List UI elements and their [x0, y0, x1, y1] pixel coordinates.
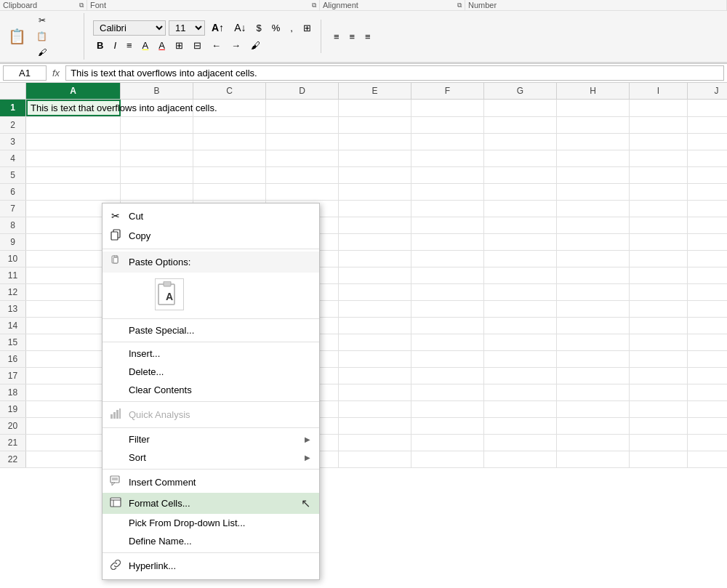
ctx-format-cells[interactable]: Format Cells... ↖ — [103, 493, 319, 514]
font-expand-icon[interactable]: ⧉ — [312, 1, 316, 9]
cut-button[interactable]: ✂ — [33, 13, 51, 28]
row-num-6[interactable]: 6 — [0, 184, 26, 200]
cell-h1[interactable] — [557, 100, 630, 116]
ctx-paste-a-button[interactable]: A — [155, 278, 184, 310]
font-size-select[interactable]: 11 — [169, 20, 205, 36]
row-num-14[interactable]: 14 — [0, 318, 26, 334]
col-header-g[interactable]: G — [484, 83, 557, 99]
formula-bar-input[interactable] — [65, 65, 724, 81]
ctx-cut-label: Cut — [129, 211, 310, 222]
ctx-filter[interactable]: Filter ▶ — [103, 430, 319, 448]
ctx-sort[interactable]: Sort ▶ — [103, 448, 319, 467]
cell-a1[interactable]: This is text that overflows into adjacen… — [26, 100, 121, 116]
row-num-17[interactable]: 17 — [0, 368, 26, 384]
row-num-7[interactable]: 7 — [0, 201, 26, 217]
ctx-filter-label: Filter — [129, 434, 299, 445]
indent-dec-button[interactable]: ← — [208, 38, 225, 53]
cell-d1[interactable] — [266, 100, 339, 116]
col-header-i[interactable]: I — [630, 83, 688, 99]
ctx-paste-special[interactable]: Paste Special... — [103, 321, 319, 339]
dollar-button[interactable]: $ — [252, 20, 265, 36]
italic-button[interactable]: I — [110, 38, 120, 53]
ribbon-group-headers: Clipboard ⧉ Font ⧉ Alignment ⧉ Number — [0, 0, 727, 11]
row-num-20[interactable]: 20 — [0, 418, 26, 434]
row-num-16[interactable]: 16 — [0, 351, 26, 367]
row-num-2[interactable]: 2 — [0, 117, 26, 133]
format-painter-button[interactable]: 🖌 — [33, 45, 51, 60]
percent-button[interactable]: % — [268, 20, 284, 36]
cursor-indicator: ↖ — [301, 496, 310, 510]
row-num-10[interactable]: 10 — [0, 251, 26, 267]
ctx-pick-dropdown[interactable]: Pick From Drop-down List... — [103, 514, 319, 532]
row-num-19[interactable]: 19 — [0, 401, 26, 417]
row-num-9[interactable]: 9 — [0, 234, 26, 250]
ctx-sep-7 — [103, 552, 319, 553]
bold-button[interactable]: B — [93, 38, 107, 53]
ctx-insert-comment[interactable]: Insert Comment — [103, 472, 319, 493]
row-num-21[interactable]: 21 — [0, 435, 26, 451]
cell-g1[interactable] — [484, 100, 557, 116]
cell-c1[interactable] — [193, 100, 266, 116]
ctx-cut[interactable]: ✂ Cut — [103, 206, 319, 225]
font-name-select[interactable]: Calibri — [93, 20, 166, 36]
row-num-15[interactable]: 15 — [0, 334, 26, 350]
col-header-c[interactable]: C — [193, 83, 266, 99]
row-num-8[interactable]: 8 — [0, 217, 26, 233]
ctx-hyperlink[interactable]: Hyperlink... — [103, 555, 319, 576]
alignment-expand-icon[interactable]: ⧉ — [457, 1, 462, 9]
cell-j1[interactable] — [688, 100, 727, 116]
row-num-11[interactable]: 11 — [0, 267, 26, 283]
highlight-button[interactable]: A — [139, 38, 153, 53]
col-header-b[interactable]: B — [121, 83, 193, 99]
row-num-5[interactable]: 5 — [0, 167, 26, 183]
row-num-3[interactable]: 3 — [0, 134, 26, 150]
cell-i1[interactable] — [630, 100, 688, 116]
paint-format-button[interactable]: 🖌 — [247, 38, 264, 53]
increase-font-button[interactable]: A↑ — [208, 20, 228, 36]
indent-inc-button[interactable]: → — [228, 38, 244, 53]
ctx-copy[interactable]: Copy — [103, 225, 319, 246]
number-label: Number — [468, 1, 497, 9]
ctx-delete[interactable]: Delete... — [103, 363, 319, 381]
align-center-button[interactable]: ≡ — [345, 29, 358, 44]
comma-button[interactable]: , — [286, 20, 297, 36]
col-header-f[interactable]: F — [411, 83, 484, 99]
cell-f1[interactable] — [411, 100, 484, 116]
row-num-12[interactable]: 12 — [0, 284, 26, 300]
insert-comment-icon — [108, 475, 123, 489]
cell-e1[interactable] — [339, 100, 411, 116]
svg-rect-8 — [111, 414, 113, 419]
row-num-1[interactable]: 1 — [0, 100, 26, 116]
ctx-define-name[interactable]: Define Name... — [103, 532, 319, 550]
col-header-d[interactable]: D — [266, 83, 339, 99]
cell-reference-input[interactable] — [3, 65, 47, 81]
borders-button[interactable]: ⊞ — [172, 38, 187, 53]
row-num-4[interactable]: 4 — [0, 150, 26, 166]
paste-button[interactable]: 📋 — [4, 27, 30, 46]
clipboard-label: Clipboard — [3, 1, 37, 9]
ctx-clear-contents[interactable]: Clear Contents — [103, 381, 319, 399]
ctx-paste-options-header: Paste Options: — [103, 251, 319, 273]
wrap-text-button[interactable]: ⊞ — [300, 20, 315, 36]
clipboard-section: 📋 ✂ 📋 🖌 — [4, 13, 84, 60]
col-header-j[interactable]: J — [688, 83, 727, 99]
merge-button[interactable]: ⊟ — [190, 38, 205, 53]
hyperlink-icon — [108, 559, 123, 573]
col-header-e[interactable]: E — [339, 83, 411, 99]
align-left-button[interactable]: ≡ — [330, 29, 343, 44]
copy-small-button[interactable]: 📋 — [33, 29, 51, 44]
row-num-18[interactable]: 18 — [0, 384, 26, 400]
ctx-insert[interactable]: Insert... — [103, 345, 319, 363]
align-button[interactable]: ≡ — [123, 38, 136, 53]
font-color-button[interactable]: A — [155, 38, 169, 53]
align-right-button[interactable]: ≡ — [361, 29, 374, 44]
decrease-font-button[interactable]: A↓ — [230, 20, 249, 36]
col-header-a[interactable]: A — [26, 83, 121, 99]
svg-rect-1 — [111, 232, 118, 240]
cell-b1[interactable] — [121, 100, 193, 116]
clipboard-expand-icon[interactable]: ⧉ — [79, 1, 84, 9]
svg-rect-11 — [119, 408, 121, 419]
row-num-13[interactable]: 13 — [0, 301, 26, 317]
col-header-h[interactable]: H — [557, 83, 630, 99]
row-num-22[interactable]: 22 — [0, 451, 26, 467]
